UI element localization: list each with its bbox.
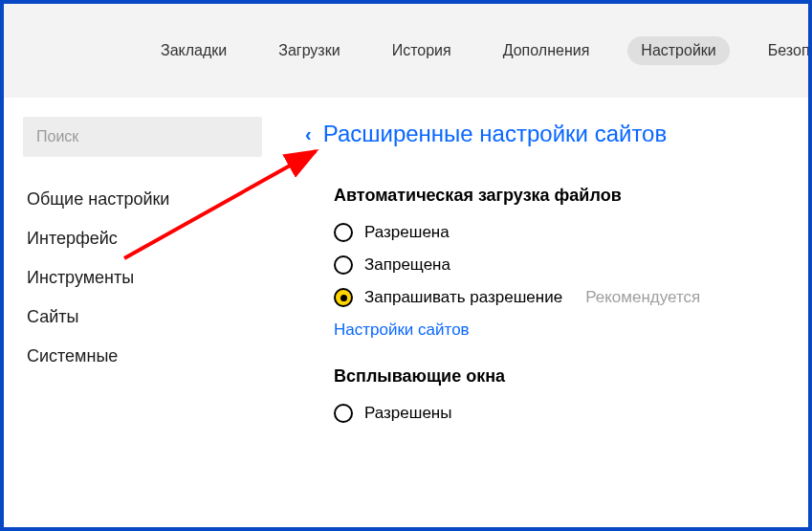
page-title-row: ‹ Расширенные настройки сайтов <box>305 121 779 147</box>
section-popups: Всплывающие окна Разрешены <box>334 366 779 423</box>
tab-history[interactable]: История <box>379 36 465 65</box>
radio-label-blocked: Запрещена <box>364 255 450 275</box>
radio-allowed[interactable]: Разрешена <box>334 223 779 242</box>
radio-popups-allowed[interactable]: Разрешены <box>334 404 779 423</box>
sidebar-item-system[interactable]: Системные <box>23 337 257 376</box>
tab-settings[interactable]: Настройки <box>627 36 729 65</box>
sidebar-item-interface[interactable]: Интерфейс <box>23 219 257 258</box>
tab-downloads[interactable]: Загрузки <box>265 36 353 65</box>
content-area: Общие настройки Интерфейс Инструменты Са… <box>4 98 808 527</box>
radio-icon <box>334 223 353 242</box>
sidebar-item-general[interactable]: Общие настройки <box>23 180 257 219</box>
radio-icon <box>334 255 353 275</box>
radio-icon <box>334 288 353 307</box>
radio-label-popups-allowed: Разрешены <box>364 404 451 423</box>
tab-security[interactable]: Безопасность <box>755 36 808 65</box>
section-title-popups: Всплывающие окна <box>334 366 779 387</box>
radio-blocked[interactable]: Запрещена <box>334 255 779 275</box>
app-frame: Закладки Загрузки История Дополнения Нас… <box>0 0 812 531</box>
search-input[interactable] <box>23 117 262 157</box>
sidebar-item-tools[interactable]: Инструменты <box>23 258 257 298</box>
section-title-auto-download: Автоматическая загрузка файлов <box>334 186 779 206</box>
radio-icon <box>334 404 353 423</box>
section-auto-download: Автоматическая загрузка файлов Разрешена… <box>334 186 779 340</box>
radio-label-ask: Запрашивать разрешение <box>364 288 562 307</box>
radio-label-allowed: Разрешена <box>364 223 450 242</box>
main-panel: ‹ Расширенные настройки сайтов Автоматич… <box>276 98 808 527</box>
link-site-settings[interactable]: Настройки сайтов <box>334 321 779 340</box>
tab-addons[interactable]: Дополнения <box>490 36 604 65</box>
radio-ask[interactable]: Запрашивать разрешение Рекомендуется <box>334 288 779 307</box>
hint-recommended: Рекомендуется <box>585 288 700 307</box>
tab-bookmarks[interactable]: Закладки <box>147 36 240 65</box>
sidebar: Общие настройки Интерфейс Инструменты Са… <box>4 98 276 527</box>
top-nav: Закладки Загрузки История Дополнения Нас… <box>4 4 808 98</box>
back-chevron-icon[interactable]: ‹ <box>305 124 312 144</box>
page-title: Расширенные настройки сайтов <box>323 121 668 147</box>
sidebar-item-sites[interactable]: Сайты <box>23 298 257 337</box>
